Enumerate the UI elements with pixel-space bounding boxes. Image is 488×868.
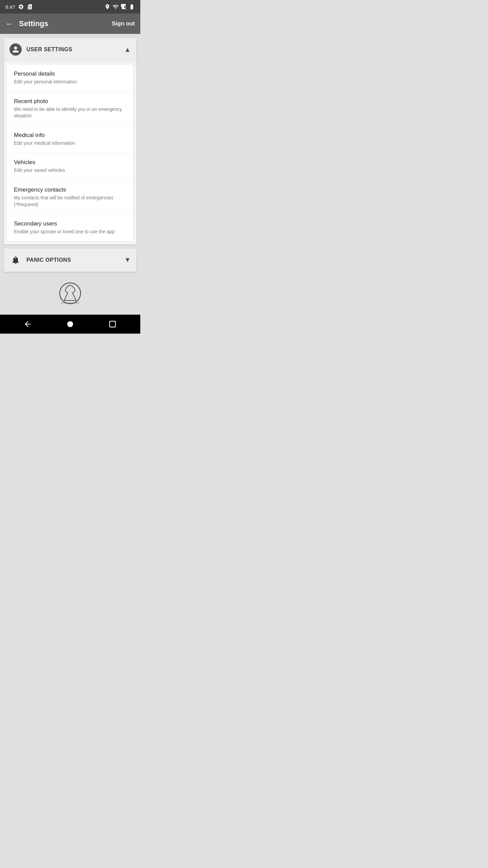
- recent-photo-item[interactable]: Recent photo We need to be able to ident…: [7, 92, 133, 126]
- nav-bar: [0, 315, 140, 334]
- secondary-users-subtitle: Enable your spouse or loved one to use t…: [14, 229, 126, 235]
- recent-photo-subtitle: We need to be able to identify you in an…: [14, 106, 126, 119]
- secondary-users-item[interactable]: Secondary users Enable your spouse or lo…: [7, 214, 133, 241]
- user-settings-title: USER SETTINGS: [26, 46, 72, 53]
- emergency-contacts-subtitle: My contacts that will be notified of eme…: [14, 195, 126, 208]
- sign-out-button[interactable]: Sign out: [112, 20, 135, 27]
- secondary-users-title: Secondary users: [14, 220, 126, 227]
- sim-icon: [27, 4, 33, 10]
- app-bar: ← Settings Sign out: [0, 14, 140, 34]
- app-bar-title: Settings: [19, 19, 48, 28]
- user-avatar-icon: [9, 43, 22, 56]
- recent-photo-title: Recent photo: [14, 98, 126, 105]
- user-settings-list: Personal details Edit your personal info…: [7, 64, 134, 242]
- signal-icon: [121, 4, 127, 10]
- main-content: USER SETTINGS ▲ Personal details Edit yo…: [0, 34, 140, 315]
- nav-home-button[interactable]: [62, 316, 79, 333]
- status-bar: 8:47: [0, 0, 140, 14]
- location-icon: [104, 4, 110, 10]
- svg-text:+: +: [15, 256, 17, 259]
- panic-header-left: + PANIC OPTIONS: [9, 254, 71, 266]
- svg-rect-4: [109, 321, 115, 327]
- back-button[interactable]: ←: [5, 19, 14, 28]
- personal-details-subtitle: Edit your personal information: [14, 79, 126, 85]
- medical-info-subtitle: Edit your medical information: [14, 140, 126, 147]
- app-bar-left: ← Settings: [5, 19, 48, 28]
- user-settings-header[interactable]: USER SETTINGS ▲: [4, 38, 136, 61]
- panic-options-section: + PANIC OPTIONS ▼: [4, 249, 136, 272]
- personal-details-title: Personal details: [14, 71, 126, 77]
- nav-recents-button[interactable]: [104, 316, 121, 333]
- svg-text:TACTICAL EDGE SECURITY: TACTICAL EDGE SECURITY: [61, 302, 79, 304]
- panic-options-header[interactable]: + PANIC OPTIONS ▼: [4, 249, 136, 272]
- status-time: 8:47: [5, 4, 15, 10]
- medical-info-title: Medical info: [14, 132, 126, 139]
- emergency-contacts-item[interactable]: Emergency contacts My contacts that will…: [7, 180, 133, 214]
- personal-details-item[interactable]: Personal details Edit your personal info…: [7, 64, 133, 92]
- vehicles-title: Vehicles: [14, 159, 126, 166]
- user-settings-header-left: USER SETTINGS: [9, 43, 72, 56]
- nav-back-button[interactable]: [19, 316, 36, 333]
- brand-logo: TACTICAL EDGE SECURITY: [58, 281, 82, 305]
- settings-status-icon: [18, 4, 24, 10]
- medical-info-item[interactable]: Medical info Edit your medical informati…: [7, 126, 133, 153]
- panic-bell-icon: +: [9, 254, 22, 266]
- user-settings-section: USER SETTINGS ▲ Personal details Edit yo…: [4, 38, 136, 244]
- panic-options-chevron: ▼: [124, 256, 131, 264]
- user-settings-chevron: ▲: [124, 46, 131, 54]
- vehicles-item[interactable]: Vehicles Edit your saved vehicles: [7, 153, 133, 180]
- status-left: 8:47: [5, 4, 33, 10]
- svg-point-3: [67, 321, 73, 327]
- panic-options-title: PANIC OPTIONS: [26, 257, 71, 263]
- wifi-icon: [113, 4, 119, 10]
- battery-icon: [129, 4, 135, 10]
- status-right: [104, 4, 135, 10]
- emergency-contacts-title: Emergency contacts: [14, 186, 126, 193]
- branding-container: TACTICAL EDGE SECURITY: [4, 276, 136, 311]
- vehicles-subtitle: Edit your saved vehicles: [14, 167, 126, 174]
